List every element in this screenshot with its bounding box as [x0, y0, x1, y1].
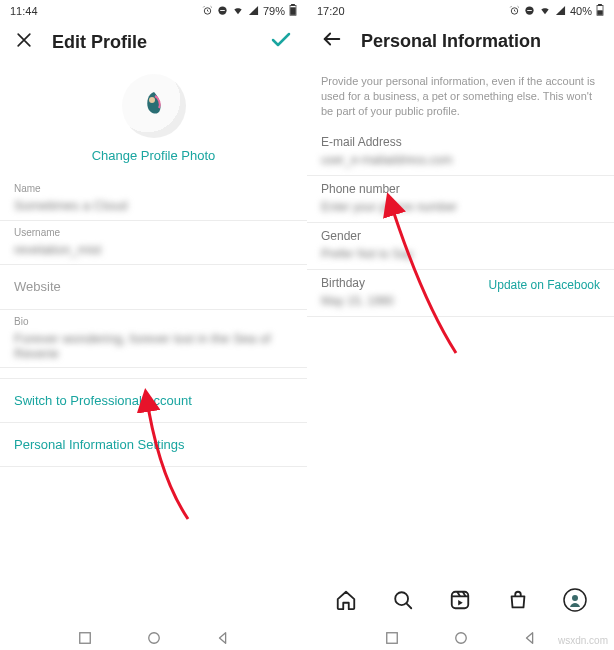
nav-search-icon[interactable] — [383, 580, 423, 620]
svg-point-8 — [148, 633, 159, 644]
phone-value: Enter your phone number — [321, 200, 600, 214]
username-value: revelation_mist — [14, 242, 293, 258]
battery-percent: 40% — [570, 5, 592, 17]
website-field[interactable]: Website — [0, 265, 307, 310]
gender-value: Prefer Not to Say — [321, 247, 600, 261]
nav-shop-icon[interactable] — [498, 580, 538, 620]
bio-label: Bio — [14, 316, 293, 327]
close-icon[interactable] — [14, 30, 34, 54]
home-button[interactable] — [454, 631, 468, 645]
profile-fields: Name Sometimes a Cloud Username revelati… — [0, 177, 307, 467]
birthday-value: May 15, 1990 — [321, 294, 394, 308]
svg-rect-2 — [220, 10, 225, 11]
phone-field[interactable]: Phone number Enter your phone number — [307, 176, 614, 223]
bio-field[interactable]: Bio Forever wondering, forever lost in t… — [0, 310, 307, 368]
gender-field[interactable]: Gender Prefer Not to Say — [307, 223, 614, 270]
svg-rect-4 — [292, 4, 295, 6]
svg-rect-16 — [452, 592, 469, 609]
bio-value: Forever wondering, forever lost in the S… — [14, 331, 293, 361]
back-icon[interactable] — [321, 28, 343, 54]
change-photo-link[interactable]: Change Profile Photo — [92, 148, 216, 163]
name-label: Name — [14, 183, 293, 194]
svg-rect-5 — [291, 8, 296, 15]
nav-profile-icon[interactable] — [555, 580, 595, 620]
edit-profile-screen: 11:44 79% — [0, 0, 307, 650]
avatar-section: Change Profile Photo — [0, 74, 307, 163]
battery-icon — [289, 4, 297, 18]
wifi-icon — [539, 5, 551, 18]
svg-point-20 — [455, 633, 466, 644]
app-bar: Personal Information — [307, 20, 614, 66]
status-bar: 17:20 40% — [307, 0, 614, 20]
alarm-icon — [202, 5, 213, 18]
switch-professional-link[interactable]: Switch to Professional Account — [0, 378, 307, 423]
signal-icon — [555, 5, 566, 18]
nav-reels-icon[interactable] — [440, 580, 480, 620]
svg-rect-14 — [598, 11, 603, 15]
svg-rect-11 — [527, 10, 532, 11]
svg-rect-19 — [386, 633, 397, 644]
confirm-icon[interactable] — [269, 28, 293, 56]
alarm-icon — [509, 5, 520, 18]
personal-info-screen: 17:20 40% — [307, 0, 614, 650]
gender-label: Gender — [321, 229, 600, 243]
wifi-icon — [232, 5, 244, 18]
avatar[interactable] — [122, 74, 186, 138]
phone-label: Phone number — [321, 182, 600, 196]
status-bar: 11:44 79% — [0, 0, 307, 20]
username-field[interactable]: Username revelation_mist — [0, 221, 307, 265]
update-facebook-link[interactable]: Update on Facebook — [489, 278, 600, 292]
svg-point-18 — [572, 595, 578, 601]
username-label: Username — [14, 227, 293, 238]
website-label: Website — [14, 279, 293, 295]
status-right: 79% — [202, 4, 297, 18]
svg-rect-13 — [599, 4, 602, 6]
back-button[interactable] — [523, 631, 537, 645]
name-field[interactable]: Name Sometimes a Cloud — [0, 177, 307, 221]
name-value: Sometimes a Cloud — [14, 198, 293, 214]
birthday-label: Birthday — [321, 276, 394, 290]
app-bar: Edit Profile — [0, 20, 307, 68]
svg-point-6 — [149, 97, 155, 103]
status-time: 17:20 — [317, 5, 345, 17]
system-nav — [0, 626, 307, 650]
back-button[interactable] — [216, 631, 230, 645]
nav-home-icon[interactable] — [326, 580, 366, 620]
email-value: user_e-mailaddress.com — [321, 153, 600, 167]
page-title: Edit Profile — [52, 32, 147, 53]
status-right: 40% — [509, 4, 604, 18]
dnd-icon — [217, 5, 228, 18]
watermark: wsxdn.com — [558, 635, 608, 646]
dnd-icon — [524, 5, 535, 18]
signal-icon — [248, 5, 259, 18]
recent-apps-button[interactable] — [78, 631, 92, 645]
email-field[interactable]: E-mail Address user_e-mailaddress.com — [307, 129, 614, 176]
description-text: Provide your personal information, even … — [307, 66, 614, 129]
svg-rect-7 — [79, 633, 90, 644]
battery-icon — [596, 4, 604, 18]
birthday-field[interactable]: Birthday May 15, 1990 Update on Facebook — [307, 270, 614, 317]
recent-apps-button[interactable] — [385, 631, 399, 645]
battery-percent: 79% — [263, 5, 285, 17]
personal-info-settings-link[interactable]: Personal Information Settings — [0, 423, 307, 467]
bottom-nav — [307, 578, 614, 622]
email-label: E-mail Address — [321, 135, 600, 149]
status-time: 11:44 — [10, 5, 38, 17]
home-button[interactable] — [147, 631, 161, 645]
page-title: Personal Information — [361, 31, 541, 52]
